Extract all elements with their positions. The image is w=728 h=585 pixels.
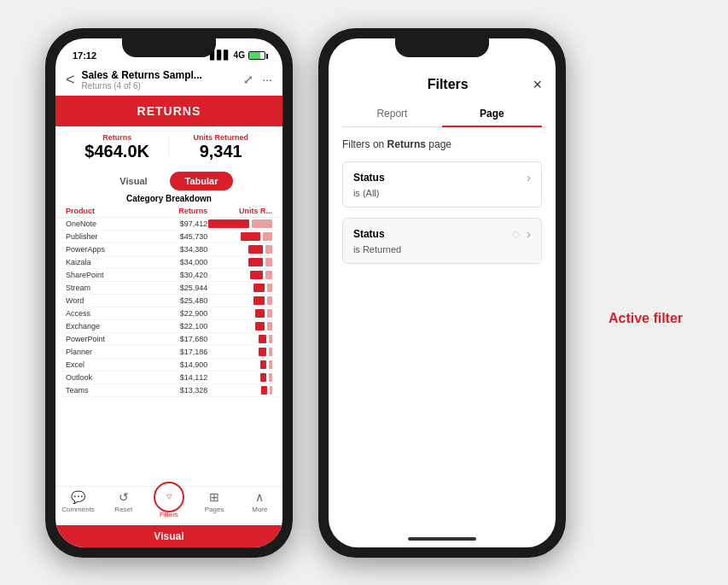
table-row: Word $25,480 bbox=[59, 295, 279, 307]
cell-units bbox=[207, 258, 272, 266]
cell-units bbox=[207, 335, 272, 343]
left-phone-screen: 17:12 ▋▋▋ 4G < Sales & Returns Sampl... … bbox=[55, 38, 282, 547]
active-filter-label: Active filter bbox=[609, 311, 683, 326]
visual-toggle[interactable]: Visual bbox=[104, 172, 162, 190]
cell-product: Exchange bbox=[66, 322, 143, 331]
more-icon: ∧ bbox=[255, 490, 264, 504]
cell-returns: $13,328 bbox=[143, 386, 208, 395]
cell-returns: $17,680 bbox=[143, 335, 208, 343]
reset-label: Reset bbox=[114, 506, 132, 513]
cell-units bbox=[207, 348, 272, 356]
table-row: PowerApps $34,380 bbox=[59, 243, 279, 256]
nav-filters[interactable]: ▽ Filters bbox=[146, 490, 191, 518]
cell-units bbox=[207, 373, 272, 382]
nav-comments[interactable]: 💬 Comments bbox=[55, 490, 101, 518]
table-row: PowerPoint $17,680 bbox=[59, 333, 279, 346]
filter-circle: ▽ bbox=[154, 482, 184, 512]
filter-card-2[interactable]: Status ◇ › is Returned bbox=[342, 218, 542, 264]
cell-units bbox=[207, 296, 272, 305]
filters-title: Filters bbox=[363, 77, 533, 92]
nav-title-main: Sales & Returns Sampl... bbox=[81, 69, 243, 81]
cell-product: Outlook bbox=[66, 373, 143, 382]
expand-icon[interactable]: ⤢ bbox=[243, 73, 253, 86]
back-button[interactable]: < bbox=[66, 71, 75, 89]
metric-units: Units Returned 9,341 bbox=[169, 133, 272, 161]
metric-returns: Returns $464.0K bbox=[66, 133, 169, 161]
filter-tabs: Report Page bbox=[342, 101, 542, 127]
toggle-row: Visual Tabular bbox=[55, 168, 282, 192]
table-row: OneNote $97,412 bbox=[59, 218, 279, 231]
time-display: 17:12 bbox=[73, 50, 96, 61]
table-row: Teams $13,328 bbox=[59, 384, 279, 397]
table-row: Outlook $14,112 bbox=[59, 371, 279, 384]
filter-card-2-icons: ◇ › bbox=[512, 227, 531, 241]
table-row: Publisher $45,730 bbox=[59, 231, 279, 243]
cell-product: PowerApps bbox=[66, 245, 143, 254]
filter-card-2-header: Status ◇ › bbox=[353, 227, 531, 241]
table-row: Exchange $22,100 bbox=[59, 320, 279, 333]
nav-title: Sales & Returns Sampl... Returns (4 of 6… bbox=[81, 69, 243, 91]
filter-description: Filters on Returns page bbox=[342, 137, 542, 152]
cell-units bbox=[207, 360, 272, 369]
cell-product: Teams bbox=[66, 386, 143, 395]
returns-title: RETURNS bbox=[64, 104, 274, 118]
cell-product: Kaizala bbox=[66, 258, 143, 266]
more-label: More bbox=[252, 506, 267, 513]
comments-icon: 💬 bbox=[71, 490, 85, 504]
table-row: Stream $25,944 bbox=[59, 282, 279, 295]
nav-more[interactable]: ∧ More bbox=[237, 490, 282, 518]
table-row: Excel $14,900 bbox=[59, 359, 279, 371]
bottom-nav: 💬 Comments ↺ Reset ▽ Filters ⊞ Pages bbox=[55, 486, 282, 525]
battery-icon bbox=[248, 51, 265, 60]
status-icons: ▋▋▋ 4G bbox=[210, 50, 265, 60]
cell-product: SharePoint bbox=[66, 271, 143, 279]
pages-icon: ⊞ bbox=[209, 490, 219, 504]
cell-units bbox=[207, 284, 272, 292]
filter-card-1-value: is (All) bbox=[353, 188, 531, 198]
filter-card-1-header: Status › bbox=[353, 171, 531, 184]
nav-subtitle: Returns (4 of 6) bbox=[81, 81, 243, 91]
cell-returns: $17,186 bbox=[143, 348, 208, 356]
data-table: Product Returns Units R... OneNote $97,4… bbox=[55, 205, 282, 486]
section-title: Category Breakdown bbox=[55, 192, 282, 205]
nav-reset[interactable]: ↺ Reset bbox=[101, 490, 146, 518]
cell-product: PowerPoint bbox=[66, 335, 143, 343]
chevron-right-icon-2: › bbox=[527, 227, 531, 241]
bottom-tab[interactable]: Visual bbox=[55, 525, 282, 547]
cell-product: Planner bbox=[66, 348, 143, 356]
cell-units bbox=[207, 271, 272, 279]
filter-card-2-title: Status bbox=[353, 228, 385, 240]
desc-prefix: Filters on bbox=[342, 138, 387, 150]
cell-units bbox=[207, 322, 272, 331]
network-icon: 4G bbox=[234, 50, 245, 60]
cell-units bbox=[207, 309, 272, 318]
right-phone-screen: Filters × Report Page Filters on Returns… bbox=[329, 38, 556, 547]
cell-product: Access bbox=[66, 309, 143, 318]
right-notch bbox=[395, 38, 489, 57]
desc-suffix: page bbox=[426, 138, 451, 150]
col-returns: Returns bbox=[143, 207, 208, 215]
table-row: SharePoint $30,420 bbox=[59, 269, 279, 282]
nav-pages[interactable]: ⊞ Pages bbox=[192, 490, 237, 518]
cell-returns: $14,112 bbox=[143, 373, 208, 382]
right-phone: Filters × Report Page Filters on Returns… bbox=[318, 28, 566, 558]
tab-page[interactable]: Page bbox=[442, 101, 542, 126]
table-header: Product Returns Units R... bbox=[59, 205, 279, 218]
col-product: Product bbox=[66, 207, 143, 215]
cell-product: Word bbox=[66, 296, 143, 305]
tabular-toggle[interactable]: Tabular bbox=[170, 172, 234, 190]
tab-report[interactable]: Report bbox=[342, 101, 442, 126]
cell-product: OneNote bbox=[66, 219, 143, 228]
close-button[interactable]: × bbox=[533, 76, 542, 94]
table-row: Planner $17,186 bbox=[59, 346, 279, 359]
filter-card-1-title: Status bbox=[353, 172, 385, 184]
cell-returns: $97,412 bbox=[143, 219, 208, 228]
notch bbox=[122, 38, 216, 57]
cell-returns: $34,380 bbox=[143, 245, 208, 254]
desc-bold: Returns bbox=[387, 138, 426, 150]
more-icon[interactable]: ··· bbox=[262, 73, 272, 86]
comments-label: Comments bbox=[61, 506, 95, 513]
filter-card-1[interactable]: Status › is (All) bbox=[342, 161, 542, 208]
cell-product: Publisher bbox=[66, 232, 143, 241]
cell-units bbox=[207, 245, 272, 254]
